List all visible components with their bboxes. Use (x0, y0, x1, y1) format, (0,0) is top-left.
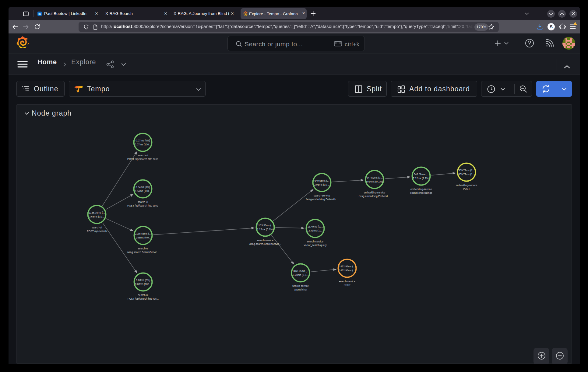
svg-text:embedding-service: embedding-service (456, 184, 477, 187)
svg-text:2135.53ms (...: 2135.53ms (... (135, 232, 151, 235)
svg-text:search-service: search-service (257, 239, 273, 242)
svg-text:search-ui: search-ui (92, 226, 102, 229)
svg-text:1462.98ms (...: 1462.98ms (... (339, 265, 355, 268)
svg-text:in: in (38, 12, 41, 16)
svg-text:646.89ms (...: 646.89ms (... (414, 173, 428, 176)
svg-text:openai.embeddings: openai.embeddings (410, 191, 432, 194)
svg-text:search-ui: search-ui (138, 154, 148, 157)
svg-text:POST /api/search http rec...: POST /api/search http rec... (128, 297, 159, 300)
svg-text:0.04ms (100...: 0.04ms (100... (135, 189, 151, 193)
svg-text:2133.55ms (...: 2133.55ms (... (257, 224, 273, 227)
svg-text:0.07ms (100...: 0.07ms (100... (135, 143, 151, 146)
svg-text:539.77ms (1...: 539.77ms (1... (458, 173, 474, 176)
svg-text:embedding-service: embedding-service (364, 191, 385, 194)
svg-text:13.49ms (10...: 13.49ms (10... (307, 229, 323, 232)
svg-text:POST /api/search http send: POST /api/search http send (127, 158, 158, 161)
svg-text:/xrag.search.SearchServic...: /xrag.search.SearchServic... (249, 242, 281, 245)
svg-text:/xrag.embedding.Embeddi...: /xrag.embedding.Embeddi... (306, 198, 338, 201)
svg-text:2.23ms (0.1%): 2.23ms (0.1%) (257, 228, 273, 231)
svg-text:/xrag.search.SearchServic...: /xrag.search.SearchServic... (127, 251, 159, 254)
svg-text:0.07ms (0%): 0.07ms (0%) (136, 139, 150, 142)
svg-text:2.05ms (0.3...: 2.05ms (0.3... (314, 183, 330, 186)
svg-text:2.68ms (0.1...: 2.68ms (0.1... (89, 215, 105, 218)
svg-text:1462.98ms (...: 1462.98ms (... (339, 269, 355, 272)
svg-text:search-ui: search-ui (138, 294, 148, 297)
svg-text:POST: POST (463, 187, 470, 190)
svg-text:539.77ms (2...: 539.77ms (2... (458, 169, 474, 172)
svg-text:0.04ms (0%): 0.04ms (0%) (136, 186, 150, 189)
svg-text:embedding-service: embedding-service (410, 188, 432, 191)
svg-text:search-ui: search-ui (138, 200, 148, 203)
svg-text:search-service: search-service (314, 194, 330, 197)
svg-text:13.49ms (0....: 13.49ms (0.... (308, 225, 323, 228)
svg-text:5.28ms (0.3...: 5.28ms (0.3... (293, 273, 308, 276)
svg-text:7.12ms (1.1%): 7.12ms (1.1%) (413, 177, 429, 180)
svg-text:647.52ms (3...: 647.52ms (3... (366, 176, 382, 179)
svg-text:0.64ms (0.1%): 0.64ms (0.1%) (366, 180, 383, 183)
svg-text:search-service: search-service (292, 284, 309, 287)
svg-text:1468.25ms (...: 1468.25ms (... (292, 269, 308, 273)
svg-text:search-ui: search-ui (138, 247, 148, 250)
svg-text:openai.chat: openai.chat (294, 288, 308, 291)
svg-text:0.03ms (100...: 0.03ms (100... (135, 283, 151, 286)
svg-text:vector_search.query: vector_search.query (304, 244, 327, 247)
svg-text:POST: POST (344, 283, 351, 287)
svg-text:POST /api/search http send: POST /api/search http send (127, 204, 158, 207)
svg-text:search-service: search-service (307, 240, 323, 243)
svg-text:649.58ms (...: 649.58ms (... (315, 179, 329, 182)
svg-text:search-service: search-service (339, 280, 355, 283)
svg-text:2138.35ms (...: 2138.35ms (... (89, 211, 105, 214)
svg-text:/xrag.embedding.Embeddi...: /xrag.embedding.Embeddi... (359, 195, 390, 198)
svg-text:POST /api/search: POST /api/search (87, 230, 107, 233)
svg-text:0.03ms (0%): 0.03ms (0%) (136, 279, 150, 282)
svg-text:1.98ms (0.0...: 1.98ms (0.0... (136, 236, 151, 239)
